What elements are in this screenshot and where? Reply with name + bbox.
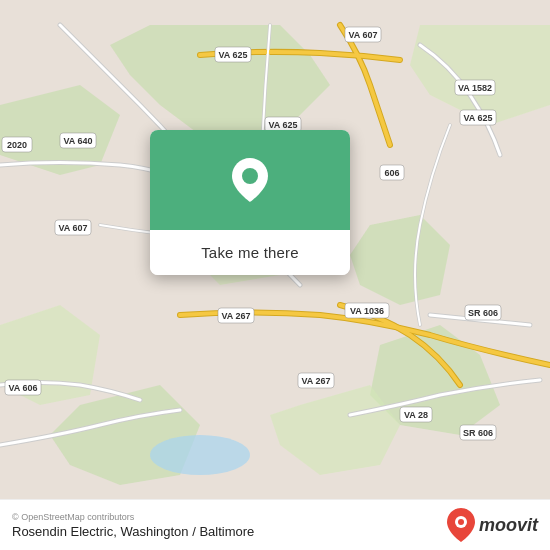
- moovit-text: moovit: [479, 515, 538, 536]
- svg-point-9: [150, 435, 250, 475]
- label-va625-mid: VA 625: [268, 120, 297, 130]
- label-va625-right: VA 625: [463, 113, 492, 123]
- svg-point-28: [458, 519, 464, 525]
- label-sr606-right: SR 606: [468, 308, 498, 318]
- popup-card: Take me there: [150, 130, 350, 275]
- label-va1036: VA 1036: [350, 306, 384, 316]
- copyright-text: © OpenStreetMap contributors: [12, 512, 254, 522]
- label-va640: VA 640: [63, 136, 92, 146]
- svg-point-26: [242, 168, 258, 184]
- label-va1582: VA 1582: [458, 83, 492, 93]
- label-va606: VA 606: [8, 383, 37, 393]
- label-va607-top: VA 607: [348, 30, 377, 40]
- label-va267: VA 267: [221, 311, 250, 321]
- label-2020: 2020: [7, 140, 27, 150]
- bottom-bar: © OpenStreetMap contributors Rosendin El…: [0, 499, 550, 550]
- bottom-left-info: © OpenStreetMap contributors Rosendin El…: [12, 512, 254, 539]
- label-va28: VA 28: [404, 410, 428, 420]
- label-sr606-bottom: SR 606: [463, 428, 493, 438]
- label-va625-top: VA 625: [218, 50, 247, 60]
- popup-map-area: [150, 130, 350, 230]
- take-me-there-button[interactable]: Take me there: [150, 230, 350, 275]
- map-svg: VA 625 VA 607 VA 1582 2020 VA 640 VA 625…: [0, 0, 550, 550]
- moovit-logo: moovit: [447, 508, 538, 542]
- location-name: Rosendin Electric, Washington / Baltimor…: [12, 524, 254, 539]
- map-container: VA 625 VA 607 VA 1582 2020 VA 640 VA 625…: [0, 0, 550, 550]
- location-pin-icon: [232, 158, 268, 202]
- moovit-pin-icon: [447, 508, 475, 542]
- label-606: 606: [384, 168, 399, 178]
- label-va267-lower: VA 267: [301, 376, 330, 386]
- label-va607-left: VA 607: [58, 223, 87, 233]
- svg-marker-3: [350, 215, 450, 305]
